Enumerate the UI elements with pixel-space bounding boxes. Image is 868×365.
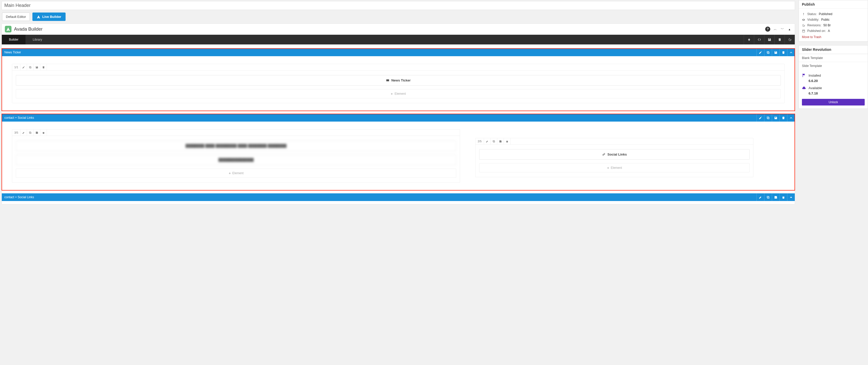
svg-rect-5	[29, 132, 31, 133]
column-2-5: 2/5 Social Links	[475, 138, 753, 177]
builder-tabstrip: Builder Library	[2, 35, 795, 45]
collapse-icon[interactable]	[787, 193, 795, 201]
edit-icon[interactable]	[756, 114, 764, 121]
edit-icon[interactable]	[21, 64, 27, 70]
code-icon[interactable]	[754, 35, 764, 45]
element-social-links[interactable]: Social Links	[479, 149, 750, 160]
collapse-up-icon[interactable]: ︿	[773, 27, 777, 31]
save-icon[interactable]	[772, 193, 779, 201]
link-icon	[602, 153, 606, 156]
add-element-label: Element	[232, 171, 244, 175]
calendar-icon	[802, 29, 805, 33]
trash-icon[interactable]	[779, 193, 787, 201]
container-contact-social: contact + Social Links	[2, 114, 795, 190]
collapse-icon[interactable]	[787, 114, 795, 121]
clone-icon[interactable]	[764, 49, 772, 56]
edit-icon[interactable]	[756, 49, 764, 56]
slider-revolution-box: Slider Revolution Blank Template Slide T…	[799, 45, 868, 109]
column-fraction[interactable]: 1/1	[12, 64, 21, 70]
edit-icon[interactable]	[484, 138, 491, 144]
svg-rect-0	[29, 66, 31, 68]
trash-icon[interactable]	[779, 49, 787, 56]
publish-box: Publish Status: Published Visibility: Pu…	[799, 0, 868, 41]
edit-icon[interactable]	[21, 130, 27, 136]
revisions-row: Revisions: 50 Br	[802, 23, 865, 28]
container-bar[interactable]: contact + Social Links	[2, 193, 795, 201]
clone-icon[interactable]	[27, 130, 34, 136]
caret-icon[interactable]: ▴	[787, 27, 792, 31]
history-icon[interactable]	[784, 35, 795, 45]
visibility-label: Visibility:	[807, 18, 819, 22]
container-label: contact + Social Links	[4, 116, 34, 119]
svg-rect-10	[768, 197, 769, 198]
trash-icon[interactable]	[40, 130, 47, 136]
element-label: Social Links	[608, 152, 627, 156]
builder-canvas: News Ticker 1/1	[2, 45, 795, 201]
layout-up-icon[interactable]	[744, 35, 754, 45]
clone-icon[interactable]	[764, 114, 772, 121]
save-icon[interactable]	[772, 49, 779, 56]
help-icon[interactable]: ?	[765, 27, 770, 32]
column-fraction[interactable]: 2/5	[475, 138, 484, 144]
avada-icon	[37, 15, 40, 19]
published-value[interactable]: A	[828, 29, 830, 33]
page-title-input[interactable]: Main Header	[2, 1, 795, 10]
trash-icon[interactable]	[779, 114, 787, 121]
default-editor-button[interactable]: Default Editor	[2, 12, 30, 21]
save-icon[interactable]	[497, 138, 504, 144]
tab-library[interactable]: Library	[26, 35, 49, 45]
status-value[interactable]: Published	[819, 12, 832, 16]
trash-icon[interactable]	[774, 35, 784, 45]
status-label: Status:	[807, 12, 817, 16]
move-to-trash-link[interactable]: Move to Trash	[802, 35, 821, 39]
clone-icon[interactable]	[764, 193, 772, 201]
column-fraction[interactable]: 3/5	[12, 130, 21, 136]
live-builder-button[interactable]: Live Builder	[32, 12, 66, 21]
save-icon[interactable]	[772, 114, 779, 121]
save-icon[interactable]	[34, 130, 40, 136]
container-label: contact + Social Links	[4, 195, 34, 199]
eye-icon	[802, 18, 805, 22]
installed-version-row: Installed	[799, 72, 868, 79]
slide-template-link[interactable]: Slide Template	[799, 62, 868, 70]
revisions-value[interactable]: 50 Br	[823, 24, 831, 27]
slider-title: Slider Revolution	[799, 46, 868, 54]
column-1-1: 1/1 News Ticker	[12, 64, 784, 103]
clone-icon[interactable]	[491, 138, 497, 144]
live-builder-label: Live Builder	[42, 15, 61, 19]
clone-icon[interactable]	[27, 64, 34, 70]
svg-rect-9	[767, 196, 769, 198]
history-icon	[802, 24, 805, 27]
add-element-label: Element	[611, 166, 622, 170]
trash-icon[interactable]	[40, 64, 47, 70]
add-element-button[interactable]: Element	[16, 89, 781, 99]
element-text-blurred[interactable]: ████████ ████ █████████ ████ ████████ ██…	[16, 140, 456, 151]
plus-icon	[228, 172, 231, 174]
column-3-5: 3/5 ████████ ████ █████████ ████ ███████…	[12, 129, 460, 182]
editor-toolbar: Default Editor Live Builder	[0, 10, 797, 24]
collapse-down-icon[interactable]: ﹀	[780, 27, 784, 31]
element-text-blurred[interactable]: ███████████████	[16, 155, 456, 165]
visibility-value[interactable]: Public	[821, 18, 830, 22]
unlock-button[interactable]: Unlock	[802, 99, 865, 106]
add-element-button[interactable]: Element	[16, 169, 456, 178]
trash-icon[interactable]	[504, 138, 510, 144]
blank-template-link[interactable]: Blank Template	[799, 54, 868, 62]
element-label: News Ticker	[392, 78, 411, 82]
news-icon	[386, 79, 389, 82]
published-row: Published on: A	[802, 28, 865, 34]
element-news-ticker[interactable]: News Ticker	[16, 75, 781, 86]
collapse-icon[interactable]	[787, 49, 795, 56]
svg-rect-3	[767, 117, 769, 118]
add-element-button[interactable]: Element	[479, 163, 750, 172]
pin-icon	[802, 12, 805, 16]
save-icon[interactable]	[764, 35, 774, 45]
installed-label: Installed	[809, 74, 865, 77]
tab-builder[interactable]: Builder	[2, 35, 26, 45]
container-bar[interactable]: News Ticker	[2, 49, 795, 56]
container-bar[interactable]: contact + Social Links	[2, 114, 795, 121]
save-icon[interactable]	[34, 64, 40, 70]
builder-header: Avada Builder ? ︿ ﹀ ▴	[2, 24, 795, 35]
edit-icon[interactable]	[756, 193, 764, 201]
avada-logo-icon	[5, 26, 11, 32]
